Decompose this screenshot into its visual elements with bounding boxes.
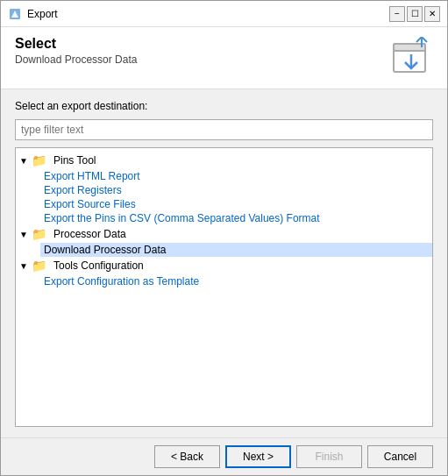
tree-box[interactable]: ▼ 📁 Pins Tool Export HTML Report Export … <box>15 147 433 427</box>
chevron-tools-config: ▼ <box>19 261 28 271</box>
filter-input[interactable] <box>15 119 433 140</box>
tree-children-processor-data: Download Processor Data <box>16 243 432 257</box>
tree-group-pins-tool: ▼ 📁 Pins Tool Export HTML Report Export … <box>16 152 432 225</box>
leaf-download-processor: Download Processor Data <box>44 244 166 256</box>
list-item[interactable]: Download Processor Data <box>40 243 432 257</box>
tree-children-tools-config: Export Configuration as Template <box>16 274 432 288</box>
destination-label: Select an export destination: <box>15 100 433 112</box>
chevron-pins-tool: ▼ <box>19 156 28 166</box>
export-window: Export − ☐ ✕ Select Download Processor D… <box>0 0 448 476</box>
title-bar: Export − ☐ ✕ <box>1 1 447 27</box>
cancel-button[interactable]: Cancel <box>367 445 433 468</box>
list-item[interactable]: Export Configuration as Template <box>40 274 432 288</box>
tree-group-label-pins-tool: Pins Tool <box>53 154 96 167</box>
folder-icon-pins-tool: 📁 <box>32 153 46 167</box>
folder-icon-tools-config: 📁 <box>32 259 46 273</box>
svg-rect-3 <box>394 44 425 51</box>
back-button[interactable]: < Back <box>154 445 220 468</box>
title-bar-left: Export <box>8 7 58 21</box>
finish-button[interactable]: Finish <box>296 445 362 468</box>
next-button[interactable]: Next > <box>225 445 291 468</box>
footer: < Back Next > Finish Cancel <box>1 437 447 475</box>
chevron-processor-data: ▼ <box>19 230 28 239</box>
list-item[interactable]: Export the Pins in CSV (Comma Separated … <box>40 211 432 225</box>
app-icon <box>8 7 22 21</box>
leaf-export-html: Export HTML Report <box>44 170 140 182</box>
tree-group-header-pins-tool[interactable]: ▼ 📁 Pins Tool <box>16 152 432 169</box>
tree-group-tools-config: ▼ 📁 Tools Configuration Export Configura… <box>16 257 432 288</box>
window-title: Export <box>27 8 58 20</box>
folder-icon-processor-data: 📁 <box>32 227 46 241</box>
minimize-button[interactable]: − <box>389 6 405 22</box>
leaf-export-csv: Export the Pins in CSV (Comma Separated … <box>44 212 320 224</box>
export-svg-icon <box>390 37 432 79</box>
list-item[interactable]: Export Source Files <box>40 197 432 211</box>
tree-group-header-processor-data[interactable]: ▼ 📁 Processor Data <box>16 225 432 243</box>
header-section: Select Download Processor Data <box>1 27 447 89</box>
page-title: Select <box>15 36 137 52</box>
header-text: Select Download Processor Data <box>15 36 137 66</box>
content-area: Select an export destination: ▼ 📁 Pins T… <box>1 89 447 437</box>
close-button[interactable]: ✕ <box>424 6 440 22</box>
leaf-export-source: Export Source Files <box>44 198 136 210</box>
tree-children-pins-tool: Export HTML Report Export Registers Expo… <box>16 169 432 225</box>
tree-group-label-tools-config: Tools Configuration <box>53 259 144 272</box>
page-subtitle: Download Processor Data <box>15 53 137 66</box>
list-item[interactable]: Export HTML Report <box>40 169 432 183</box>
tree-group-processor-data: ▼ 📁 Processor Data Download Processor Da… <box>16 225 432 257</box>
list-item[interactable]: Export Registers <box>40 183 432 197</box>
tree-group-label-processor-data: Processor Data <box>53 228 126 240</box>
title-bar-controls: − ☐ ✕ <box>389 6 440 22</box>
maximize-button[interactable]: ☐ <box>407 6 423 22</box>
leaf-export-template: Export Configuration as Template <box>44 275 199 288</box>
tree-group-header-tools-config[interactable]: ▼ 📁 Tools Configuration <box>16 257 432 274</box>
leaf-export-registers: Export Registers <box>44 184 122 196</box>
export-icon <box>389 36 433 80</box>
